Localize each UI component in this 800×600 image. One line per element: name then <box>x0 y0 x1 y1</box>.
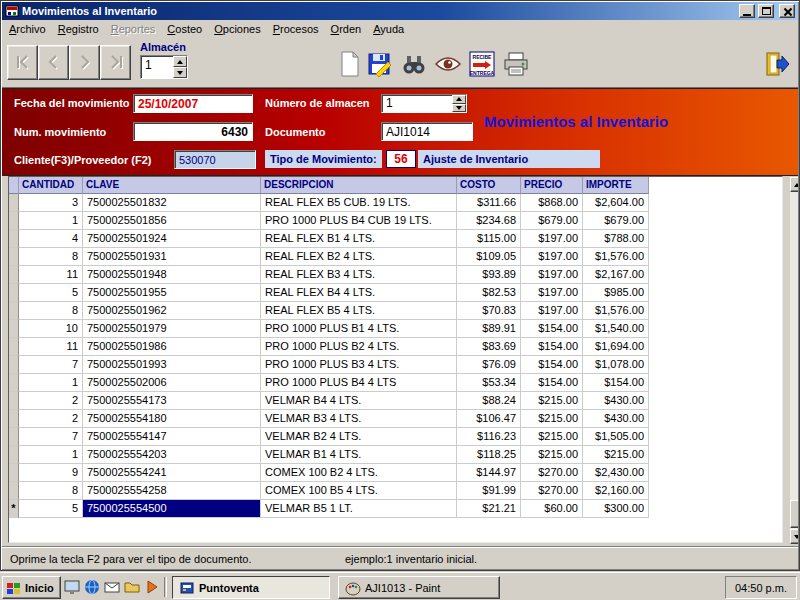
grid-cell[interactable]: PRO 1000 PLUS B1 4 LTS. <box>261 320 457 338</box>
num-movimiento-field[interactable]: 6430 <box>133 122 253 141</box>
menu-item-archivo[interactable]: Archivo <box>3 21 52 37</box>
grid-cell[interactable]: 3 <box>19 194 83 212</box>
row-selector[interactable] <box>9 374 19 392</box>
previous-record-button[interactable] <box>38 45 69 80</box>
grid-cell[interactable]: 10 <box>19 320 83 338</box>
grid-cell[interactable]: $21.21 <box>457 500 521 518</box>
grid-cell[interactable]: VELMAR B4 4 LTS. <box>261 392 457 410</box>
grid-cell[interactable]: PRO 1000 PLUS B2 4 LTS. <box>261 338 457 356</box>
almacen-spin-down-button[interactable] <box>173 67 187 78</box>
grid-cell[interactable]: 7 <box>19 356 83 374</box>
grid-cell[interactable]: 7500025554203 <box>83 446 261 464</box>
grid-cell[interactable]: $215.00 <box>521 392 583 410</box>
grid-cell[interactable]: $985.00 <box>583 284 649 302</box>
grid-cell[interactable]: $1,694.00 <box>583 338 649 356</box>
column-header-importe[interactable]: IMPORTE <box>583 177 649 194</box>
grid-cell[interactable]: $311.66 <box>457 194 521 212</box>
numero-almacen-spinner[interactable]: 1 <box>381 94 467 113</box>
grid-cell[interactable]: 7500025501993 <box>83 356 261 374</box>
grid-cell[interactable]: 5 <box>19 500 83 518</box>
grid-cell[interactable]: REAL FLEX B2 4 LTS. <box>261 248 457 266</box>
fecha-movimiento-input[interactable]: 25/10/2007 <box>133 94 253 113</box>
column-header-costo[interactable]: COSTO <box>457 177 521 194</box>
grid-cell[interactable]: 7500025501856 <box>83 212 261 230</box>
grid-cell[interactable]: 7500025554258 <box>83 482 261 500</box>
cliente-proveedor-field[interactable]: 530070 <box>174 150 256 169</box>
task-button-puntoventa[interactable]: Puntoventa <box>172 576 330 599</box>
grid-cell[interactable]: REAL FLEX B1 4 LTS. <box>261 230 457 248</box>
grid-cell[interactable]: 8 <box>19 302 83 320</box>
grid-cell[interactable]: $1,540.00 <box>583 320 649 338</box>
grid-cell[interactable]: $2,167.00 <box>583 266 649 284</box>
row-selector[interactable] <box>9 230 19 248</box>
row-selector[interactable] <box>9 428 19 446</box>
grid-cell[interactable]: $1,078.00 <box>583 356 649 374</box>
grid-cell[interactable]: 7500025501931 <box>83 248 261 266</box>
grid-cell[interactable]: VELMAR B5 1 LT. <box>261 500 457 518</box>
grid-cell[interactable]: 7 <box>19 428 83 446</box>
clock[interactable]: 04:50 p.m. <box>735 582 787 594</box>
menu-item-orden[interactable]: Orden <box>325 21 368 37</box>
row-selector[interactable] <box>9 392 19 410</box>
grid-cell[interactable]: $1,505.00 <box>583 428 649 446</box>
scroll-up-button[interactable] <box>790 177 800 192</box>
exit-button[interactable] <box>762 47 794 81</box>
media-player-icon[interactable] <box>144 579 160 595</box>
grid-cell[interactable]: 7500025554147 <box>83 428 261 446</box>
grid-cell[interactable]: $154.00 <box>521 320 583 338</box>
grid-cell[interactable]: $1,576.00 <box>583 302 649 320</box>
grid-cell[interactable]: 7500025554241 <box>83 464 261 482</box>
grid-cell[interactable]: $2,160.00 <box>583 482 649 500</box>
grid-cell[interactable]: $679.00 <box>521 212 583 230</box>
grid-cell[interactable]: $154.00 <box>521 374 583 392</box>
grid-cell[interactable]: $115.00 <box>457 230 521 248</box>
new-document-button[interactable] <box>334 47 366 81</box>
first-record-button[interactable] <box>7 45 38 80</box>
task-button-paint[interactable]: AJI1013 - Paint <box>338 576 500 599</box>
start-button[interactable]: Inicio <box>2 576 61 599</box>
grid-cell[interactable]: 1 <box>19 446 83 464</box>
show-desktop-icon[interactable] <box>64 579 80 595</box>
grid-cell[interactable]: COMEX 100 B5 4 LTS. <box>261 482 457 500</box>
recibe-entrega-button[interactable]: RECIBEENTREGA <box>466 47 498 81</box>
menu-item-costeo[interactable]: Costeo <box>161 21 208 37</box>
grid-cell[interactable]: $109.05 <box>457 248 521 266</box>
grid-cell[interactable]: VELMAR B1 4 LTS. <box>261 446 457 464</box>
grid-cell[interactable]: $197.00 <box>521 230 583 248</box>
tipo-movimiento-input[interactable]: 56 <box>386 150 416 168</box>
grid-cell[interactable]: $91.99 <box>457 482 521 500</box>
preview-button[interactable] <box>432 47 464 81</box>
grid-cell[interactable]: $270.00 <box>521 464 583 482</box>
grid-cell[interactable]: $300.00 <box>583 500 649 518</box>
row-selector[interactable] <box>9 482 19 500</box>
grid-cell[interactable]: $154.00 <box>521 338 583 356</box>
grid-cell[interactable]: 1 <box>19 212 83 230</box>
grid-cell[interactable]: 7500025501924 <box>83 230 261 248</box>
grid-cell[interactable]: 9 <box>19 464 83 482</box>
grid-cell[interactable]: $154.00 <box>521 356 583 374</box>
grid-cell[interactable]: 7500025502006 <box>83 374 261 392</box>
grid-cell[interactable]: $679.00 <box>583 212 649 230</box>
column-header-descripcion[interactable]: DESCRIPCION <box>261 177 457 194</box>
maximize-button[interactable] <box>758 4 774 18</box>
grid-cell[interactable]: 2 <box>19 392 83 410</box>
numero-almacen-down-button[interactable] <box>452 104 466 113</box>
grid-cell[interactable]: $197.00 <box>521 266 583 284</box>
menu-item-procesos[interactable]: Procesos <box>267 21 325 37</box>
grid-cell[interactable]: REAL FLEX B5 CUB. 19 LTS. <box>261 194 457 212</box>
grid-cell[interactable]: $93.89 <box>457 266 521 284</box>
column-header-precio[interactable]: PRECIO <box>521 177 583 194</box>
row-selector[interactable] <box>9 212 19 230</box>
grid-cell[interactable]: $234.68 <box>457 212 521 230</box>
grid-cell[interactable]: $82.53 <box>457 284 521 302</box>
menu-item-ayuda[interactable]: Ayuda <box>367 21 410 37</box>
grid-cell[interactable]: REAL FLEX B4 4 LTS. <box>261 284 457 302</box>
grid-cell[interactable]: $197.00 <box>521 284 583 302</box>
grid-cell[interactable]: $2,604.00 <box>583 194 649 212</box>
grid-cell[interactable]: $76.09 <box>457 356 521 374</box>
grid-cell[interactable]: 7500025501979 <box>83 320 261 338</box>
grid-cell[interactable]: $270.00 <box>521 482 583 500</box>
grid-cell[interactable]: REAL FLEX B3 4 LTS. <box>261 266 457 284</box>
grid-cell[interactable]: PRO 1000 PLUS B4 4 LTS <box>261 374 457 392</box>
grid-cell[interactable]: $53.34 <box>457 374 521 392</box>
